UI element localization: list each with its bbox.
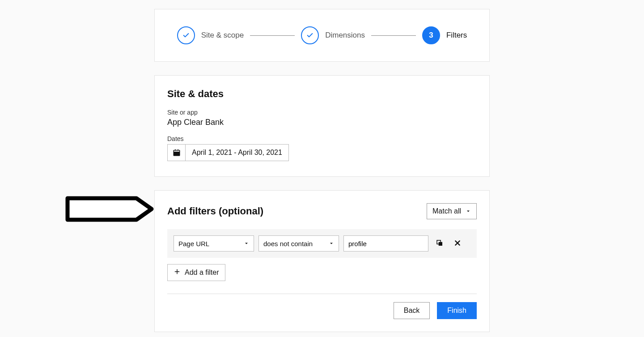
chevron-down-icon bbox=[329, 241, 334, 246]
step-label: Site & scope bbox=[201, 31, 244, 40]
dates-label: Dates bbox=[167, 135, 477, 142]
match-mode-select[interactable]: Match all bbox=[427, 203, 477, 219]
add-filter-label: Add a filter bbox=[185, 269, 219, 277]
chevron-down-icon bbox=[244, 241, 249, 246]
svg-rect-1 bbox=[174, 152, 180, 156]
duplicate-filter-button[interactable] bbox=[433, 237, 446, 250]
site-label: Site or app bbox=[167, 109, 477, 116]
filter-field-select[interactable]: Page URL bbox=[174, 235, 254, 252]
add-filter-button[interactable]: Add a filter bbox=[167, 264, 225, 281]
filter-operator-value: does not contain bbox=[263, 240, 313, 247]
chevron-down-icon bbox=[466, 209, 471, 214]
finish-button[interactable]: Finish bbox=[437, 302, 477, 319]
stepper: Site & scope Dimensions 3 Filters bbox=[168, 26, 476, 44]
site-dates-card: Site & dates Site or app App Clear Bank … bbox=[154, 75, 490, 177]
plus-icon bbox=[174, 269, 180, 277]
annotation-arrow-icon bbox=[65, 196, 154, 222]
filter-operator-select[interactable]: does not contain bbox=[258, 235, 339, 252]
back-button[interactable]: Back bbox=[394, 302, 430, 319]
divider bbox=[167, 294, 477, 294]
date-range-picker[interactable]: April 1, 2021 - April 30, 2021 bbox=[167, 144, 289, 161]
step-connector bbox=[371, 35, 416, 36]
remove-filter-button[interactable] bbox=[451, 237, 464, 250]
step-connector bbox=[250, 35, 295, 36]
copy-icon bbox=[436, 239, 444, 248]
step-label: Filters bbox=[446, 31, 467, 40]
step-filters: 3 Filters bbox=[422, 26, 467, 44]
filter-value-input[interactable] bbox=[343, 235, 428, 252]
step-done-icon bbox=[177, 26, 195, 44]
match-mode-label: Match all bbox=[432, 207, 461, 215]
date-range-value: April 1, 2021 - April 30, 2021 bbox=[186, 145, 288, 161]
close-icon bbox=[454, 239, 461, 248]
site-value: App Clear Bank bbox=[167, 118, 477, 127]
step-active-number: 3 bbox=[422, 26, 440, 44]
site-dates-heading: Site & dates bbox=[167, 88, 477, 100]
filters-card: Add filters (optional) Match all Page UR… bbox=[154, 190, 490, 332]
step-label: Dimensions bbox=[325, 31, 365, 40]
footer-actions: Back Finish bbox=[167, 302, 477, 319]
filters-heading: Add filters (optional) bbox=[167, 205, 263, 217]
stepper-card: Site & scope Dimensions 3 Filters bbox=[154, 9, 490, 62]
filter-field-value: Page URL bbox=[178, 240, 209, 247]
filter-row: Page URL does not contain bbox=[167, 229, 477, 258]
step-dimensions: Dimensions bbox=[301, 26, 365, 44]
calendar-icon bbox=[168, 145, 186, 161]
step-done-icon bbox=[301, 26, 319, 44]
step-site-scope: Site & scope bbox=[177, 26, 244, 44]
